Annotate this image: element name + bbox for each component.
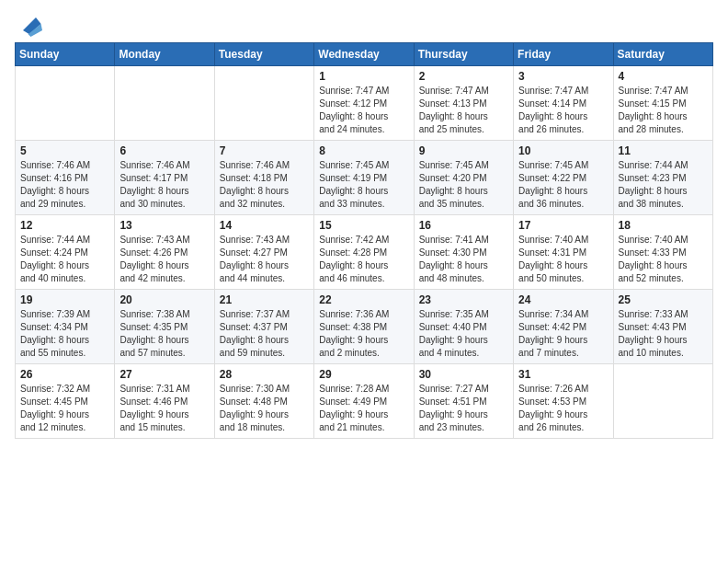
calendar-cell	[613, 364, 712, 439]
day-number: 25	[619, 293, 708, 306]
day-info: Sunrise: 7:46 AM Sunset: 4:18 PM Dayligh…	[220, 159, 309, 211]
calendar-cell	[214, 66, 313, 141]
day-info: Sunrise: 7:31 AM Sunset: 4:46 PM Dayligh…	[119, 383, 209, 434]
calendar-cell: 23Sunrise: 7:35 AM Sunset: 4:40 PM Dayli…	[414, 290, 513, 364]
calendar-cell: 25Sunrise: 7:33 AM Sunset: 4:43 PM Dayli…	[613, 290, 712, 364]
day-info: Sunrise: 7:45 AM Sunset: 4:20 PM Dayligh…	[419, 159, 508, 211]
calendar-cell: 3Sunrise: 7:47 AM Sunset: 4:14 PM Daylig…	[514, 66, 613, 141]
day-info: Sunrise: 7:35 AM Sunset: 4:40 PM Dayligh…	[419, 308, 508, 360]
calendar-cell: 10Sunrise: 7:45 AM Sunset: 4:22 PM Dayli…	[514, 141, 613, 215]
calendar-cell: 11Sunrise: 7:44 AM Sunset: 4:23 PM Dayli…	[613, 141, 712, 215]
calendar-cell: 12Sunrise: 7:44 AM Sunset: 4:24 PM Dayli…	[16, 215, 115, 290]
day-info: Sunrise: 7:41 AM Sunset: 4:30 PM Dayligh…	[419, 234, 508, 285]
calendar-cell: 9Sunrise: 7:45 AM Sunset: 4:20 PM Daylig…	[414, 141, 513, 215]
day-number: 9	[419, 144, 508, 157]
calendar-cell: 15Sunrise: 7:42 AM Sunset: 4:28 PM Dayli…	[314, 215, 414, 290]
day-info: Sunrise: 7:40 AM Sunset: 4:31 PM Dayligh…	[518, 234, 608, 285]
day-number: 31	[518, 368, 608, 381]
calendar-cell: 22Sunrise: 7:36 AM Sunset: 4:38 PM Dayli…	[314, 290, 414, 364]
calendar-week-2: 5Sunrise: 7:46 AM Sunset: 4:16 PM Daylig…	[16, 141, 713, 215]
day-info: Sunrise: 7:43 AM Sunset: 4:26 PM Dayligh…	[119, 234, 209, 285]
day-info: Sunrise: 7:34 AM Sunset: 4:42 PM Dayligh…	[518, 308, 608, 360]
calendar: SundayMondayTuesdayWednesdayThursdayFrid…	[15, 42, 713, 439]
day-info: Sunrise: 7:47 AM Sunset: 4:14 PM Dayligh…	[518, 85, 608, 136]
day-info: Sunrise: 7:32 AM Sunset: 4:45 PM Dayligh…	[20, 383, 109, 434]
logo-icon	[17, 11, 42, 37]
day-number: 11	[619, 144, 708, 157]
calendar-cell: 27Sunrise: 7:31 AM Sunset: 4:46 PM Dayli…	[115, 364, 214, 439]
calendar-cell: 20Sunrise: 7:38 AM Sunset: 4:35 PM Dayli…	[115, 290, 214, 364]
weekday-header-sunday: Sunday	[16, 43, 115, 66]
day-number: 22	[319, 293, 408, 306]
calendar-cell	[16, 66, 115, 141]
day-info: Sunrise: 7:42 AM Sunset: 4:28 PM Dayligh…	[319, 234, 408, 285]
day-info: Sunrise: 7:39 AM Sunset: 4:34 PM Dayligh…	[20, 308, 109, 360]
calendar-week-4: 19Sunrise: 7:39 AM Sunset: 4:34 PM Dayli…	[16, 290, 713, 364]
day-number: 24	[518, 293, 608, 306]
day-number: 7	[220, 144, 309, 157]
day-info: Sunrise: 7:33 AM Sunset: 4:43 PM Dayligh…	[619, 308, 708, 360]
calendar-cell: 8Sunrise: 7:45 AM Sunset: 4:19 PM Daylig…	[314, 141, 414, 215]
weekday-header-wednesday: Wednesday	[314, 43, 414, 66]
calendar-cell: 26Sunrise: 7:32 AM Sunset: 4:45 PM Dayli…	[16, 364, 115, 439]
day-number: 28	[220, 368, 309, 381]
day-number: 6	[119, 144, 209, 157]
day-number: 18	[619, 219, 708, 232]
day-info: Sunrise: 7:45 AM Sunset: 4:19 PM Dayligh…	[319, 159, 408, 211]
day-info: Sunrise: 7:46 AM Sunset: 4:16 PM Dayligh…	[20, 159, 109, 211]
weekday-header-tuesday: Tuesday	[214, 43, 313, 66]
calendar-cell: 18Sunrise: 7:40 AM Sunset: 4:33 PM Dayli…	[613, 215, 712, 290]
weekday-header-thursday: Thursday	[414, 43, 513, 66]
day-info: Sunrise: 7:30 AM Sunset: 4:48 PM Dayligh…	[220, 383, 309, 434]
day-info: Sunrise: 7:46 AM Sunset: 4:17 PM Dayligh…	[119, 159, 209, 211]
day-info: Sunrise: 7:38 AM Sunset: 4:35 PM Dayligh…	[119, 308, 209, 360]
day-info: Sunrise: 7:45 AM Sunset: 4:22 PM Dayligh…	[518, 159, 608, 211]
day-info: Sunrise: 7:44 AM Sunset: 4:23 PM Dayligh…	[619, 159, 708, 211]
day-number: 2	[419, 70, 508, 83]
page: SundayMondayTuesdayWednesdayThursdayFrid…	[0, 0, 728, 563]
calendar-cell: 28Sunrise: 7:30 AM Sunset: 4:48 PM Dayli…	[214, 364, 313, 439]
day-number: 17	[518, 219, 608, 232]
day-number: 12	[20, 219, 109, 232]
calendar-cell: 16Sunrise: 7:41 AM Sunset: 4:30 PM Dayli…	[414, 215, 513, 290]
day-info: Sunrise: 7:47 AM Sunset: 4:13 PM Dayligh…	[419, 85, 508, 136]
day-number: 19	[20, 293, 109, 306]
weekday-header-row: SundayMondayTuesdayWednesdayThursdayFrid…	[16, 43, 713, 66]
day-info: Sunrise: 7:27 AM Sunset: 4:51 PM Dayligh…	[419, 383, 508, 434]
calendar-cell: 19Sunrise: 7:39 AM Sunset: 4:34 PM Dayli…	[16, 290, 115, 364]
calendar-cell: 5Sunrise: 7:46 AM Sunset: 4:16 PM Daylig…	[16, 141, 115, 215]
weekday-header-saturday: Saturday	[613, 43, 712, 66]
day-info: Sunrise: 7:28 AM Sunset: 4:49 PM Dayligh…	[319, 383, 408, 434]
calendar-cell: 4Sunrise: 7:47 AM Sunset: 4:15 PM Daylig…	[613, 66, 712, 141]
day-number: 8	[319, 144, 408, 157]
day-number: 4	[619, 70, 708, 83]
day-info: Sunrise: 7:36 AM Sunset: 4:38 PM Dayligh…	[319, 308, 408, 360]
day-number: 21	[220, 293, 309, 306]
day-number: 20	[119, 293, 209, 306]
day-info: Sunrise: 7:44 AM Sunset: 4:24 PM Dayligh…	[20, 234, 109, 285]
day-number: 29	[319, 368, 408, 381]
calendar-cell: 30Sunrise: 7:27 AM Sunset: 4:51 PM Dayli…	[414, 364, 513, 439]
day-number: 27	[119, 368, 209, 381]
day-info: Sunrise: 7:40 AM Sunset: 4:33 PM Dayligh…	[619, 234, 708, 285]
calendar-cell: 31Sunrise: 7:26 AM Sunset: 4:53 PM Dayli…	[514, 364, 613, 439]
day-number: 16	[419, 219, 508, 232]
calendar-week-3: 12Sunrise: 7:44 AM Sunset: 4:24 PM Dayli…	[16, 215, 713, 290]
day-number: 26	[20, 368, 109, 381]
calendar-week-5: 26Sunrise: 7:32 AM Sunset: 4:45 PM Dayli…	[16, 364, 713, 439]
day-number: 23	[419, 293, 508, 306]
day-number: 30	[419, 368, 508, 381]
calendar-cell: 6Sunrise: 7:46 AM Sunset: 4:17 PM Daylig…	[115, 141, 214, 215]
day-number: 1	[319, 70, 408, 83]
calendar-cell	[115, 66, 214, 141]
calendar-cell: 2Sunrise: 7:47 AM Sunset: 4:13 PM Daylig…	[414, 66, 513, 141]
day-number: 15	[319, 219, 408, 232]
calendar-cell: 7Sunrise: 7:46 AM Sunset: 4:18 PM Daylig…	[214, 141, 313, 215]
calendar-cell: 24Sunrise: 7:34 AM Sunset: 4:42 PM Dayli…	[514, 290, 613, 364]
logo	[15, 13, 42, 37]
calendar-week-1: 1Sunrise: 7:47 AM Sunset: 4:12 PM Daylig…	[16, 66, 713, 141]
day-info: Sunrise: 7:43 AM Sunset: 4:27 PM Dayligh…	[220, 234, 309, 285]
calendar-cell: 1Sunrise: 7:47 AM Sunset: 4:12 PM Daylig…	[314, 66, 414, 141]
calendar-cell: 13Sunrise: 7:43 AM Sunset: 4:26 PM Dayli…	[115, 215, 214, 290]
day-info: Sunrise: 7:47 AM Sunset: 4:15 PM Dayligh…	[619, 85, 708, 136]
